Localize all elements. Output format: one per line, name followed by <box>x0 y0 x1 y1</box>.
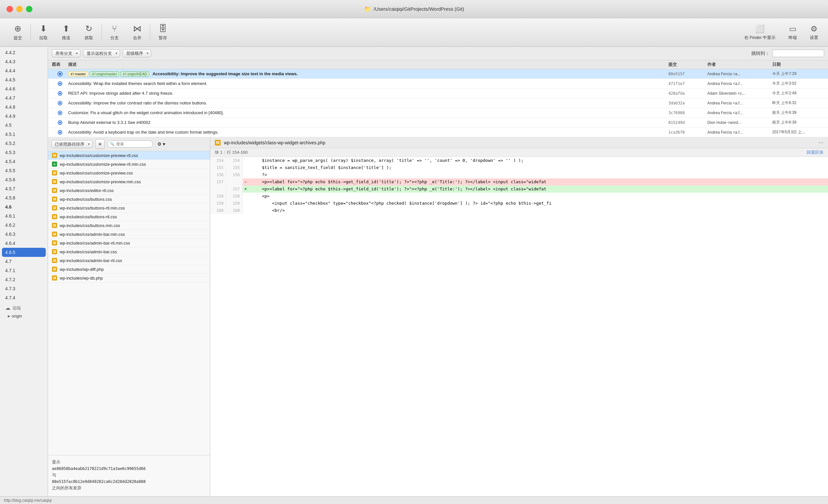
diff-line-num-left: 160 <box>210 207 226 214</box>
file-item[interactable]: Mwp-includes/css/buttons.css <box>48 195 210 204</box>
file-modified-icon: M <box>52 258 57 263</box>
diff-more-button[interactable]: ··· <box>819 139 823 146</box>
sidebar-item-4.5.3[interactable]: 4.5.3 <box>0 148 48 157</box>
diff-line-num-left <box>210 185 226 193</box>
minimize-button[interactable] <box>16 6 23 12</box>
sidebar-item-4.5.7[interactable]: 4.5.7 <box>0 184 48 193</box>
finder-button[interactable]: ⬜ 在 Finder 中显示 <box>741 24 779 41</box>
sidebar-item-4.4.6[interactable]: 4.4.6 <box>0 84 48 93</box>
file-item[interactable]: Mwp-includes/css/buttons.min.css <box>48 221 210 230</box>
sort-select[interactable]: 已依照路径排序 <box>51 140 92 148</box>
commit-message-cell: Accessibility: Improve the color contras… <box>68 100 668 106</box>
maximize-button[interactable] <box>26 6 33 12</box>
sidebar-item-4.6.1[interactable]: 4.6.1 <box>0 211 48 220</box>
order-filter-select[interactable]: 层级顺序 <box>123 49 151 57</box>
sidebar-item-4.7.4[interactable]: 4.7.4 <box>0 293 48 302</box>
stash-button[interactable]: 🗄 暂存 <box>152 18 174 46</box>
file-item[interactable]: Mwp-includes/wp-diff.php <box>48 265 210 274</box>
goto-input[interactable] <box>772 50 824 57</box>
commit-author-cell: Andrea Fercia <a.f... <box>707 81 772 86</box>
sidebar-item-4.5[interactable]: 4.5 <box>0 121 48 130</box>
file-modified-icon: M <box>52 223 57 228</box>
merge-button[interactable]: ⋈ 合并 <box>126 18 149 46</box>
branch-button[interactable]: ⑂ 分支 <box>103 18 126 46</box>
search-settings-icon[interactable]: ⚙ <box>157 141 162 146</box>
sidebar-item-4.7[interactable]: 4.7 <box>0 257 48 266</box>
file-item[interactable]: Mwp-includes/css/editor-rtl.css <box>48 186 210 195</box>
file-item[interactable]: Mwp-includes/wp-db.php <box>48 274 210 283</box>
sidebar-item-4.6.3[interactable]: 4.6.3 <box>0 229 48 239</box>
diff-line: 156156 ?> <box>210 171 828 178</box>
commit-row[interactable]: Bump Akismet external to 3.3.1 See #4000… <box>48 118 828 127</box>
sidebar-item-4.6.5[interactable]: 4.6.5 <box>2 248 46 257</box>
file-item[interactable]: Mwp-includes/css/admin-bar.min.css <box>48 230 210 239</box>
commit-button[interactable]: ⊕ 提交 <box>6 18 29 46</box>
sidebar-origin-item[interactable]: ▶ origin <box>0 312 48 320</box>
sidebar-item-4.4.4[interactable]: 4.4.4 <box>0 66 48 75</box>
sidebar-item-4.4.7[interactable]: 4.4.7 <box>0 93 48 102</box>
sidebar-item-4.4.2[interactable]: 4.4.2 <box>0 48 48 57</box>
sidebar-item-4.5.6[interactable]: 4.5.6 <box>0 175 48 184</box>
settings-button[interactable]: ⚙ 设置 <box>806 24 822 41</box>
file-modified-icon: M <box>52 275 57 281</box>
commit-row[interactable]: Accessibility: Wrap the installed themes… <box>48 79 828 89</box>
sidebar-item-4.6[interactable]: 4.6 <box>0 202 48 211</box>
sidebar-item-4.4.3[interactable]: 4.4.3 <box>0 57 48 66</box>
fetch-label: 抓取 <box>85 35 93 41</box>
close-button[interactable] <box>6 6 13 12</box>
sidebar-item-4.5.4[interactable]: 4.5.4 <box>0 157 48 166</box>
file-name-text: wp-includes/css/admin-bar-rtl.min.css <box>60 241 206 246</box>
file-item[interactable]: Mwp-includes/css/customize-preview.css <box>48 169 210 177</box>
sidebar-item-4.6.4[interactable]: 4.6.4 <box>0 239 48 248</box>
commit-row[interactable]: 🏷 master🏷 origin/master🏷 origin/HEADAcce… <box>48 69 828 79</box>
file-list-panel: 已依照路径排序 ≡ ⚙ ▾ Mwp-includes/css/cu <box>48 137 210 496</box>
file-item[interactable]: Mwp-includes/css/customize-preview.min.c… <box>48 177 210 186</box>
file-item[interactable]: Mwp-includes/css/admin-bar-rtl.css <box>48 256 210 265</box>
push-icon: ⬆ <box>63 24 70 34</box>
terminal-button[interactable]: ▭ 终端 <box>785 24 800 41</box>
commit-row[interactable]: Customize: Fix a visual glitch on the wi… <box>48 108 828 118</box>
sidebar-item-4.5.2[interactable]: 4.5.2 <box>0 139 48 148</box>
file-search-wrap <box>108 140 153 148</box>
file-item[interactable]: Mwp-includes/css/buttons-rtl.css <box>48 212 210 221</box>
file-modified-icon: M <box>52 240 57 246</box>
file-item[interactable]: Mwp-includes/css/buttons-rtl.min.css <box>48 204 210 212</box>
sidebar-item-4.6.2[interactable]: 4.6.2 <box>0 220 48 229</box>
sidebar-item-4.7.2[interactable]: 4.7.2 <box>0 275 48 284</box>
sidebar-item-4.5.5[interactable]: 4.5.5 <box>0 166 48 175</box>
file-item[interactable]: Mwp-includes/css/admin-bar.css <box>48 247 210 256</box>
file-item[interactable]: Mwp-includes/css/admin-bar-rtl.min.css <box>48 239 210 247</box>
search-chevron-icon[interactable]: ▾ <box>163 141 165 146</box>
file-search-input[interactable] <box>108 140 153 148</box>
sidebar-item-4.5.8[interactable]: 4.5.8 <box>0 193 48 202</box>
file-name-text: wp-includes/css/customize-preview.min.cs… <box>60 179 206 184</box>
commit-graph-cell <box>52 72 68 76</box>
sidebar-item-4.5.1[interactable]: 4.5.1 <box>0 130 48 139</box>
sidebar-item-4.7.1[interactable]: 4.7.1 <box>0 266 48 275</box>
commit-row[interactable]: Accessibility: Improve the color contras… <box>48 98 828 108</box>
diff-revert-button[interactable]: 回退区块 <box>806 150 823 155</box>
file-added-icon: + <box>52 162 57 167</box>
sidebar-item-4.4.5[interactable]: 4.4.5 <box>0 75 48 84</box>
file-list-toolbar: 已依照路径排序 ≡ ⚙ ▾ <box>48 137 210 151</box>
branch-filter-select[interactable]: 所有分支 <box>52 49 80 57</box>
fetch-button[interactable]: ↻ 抓取 <box>78 18 100 46</box>
file-name-text: wp-includes/wp-diff.php <box>60 267 206 272</box>
sidebar-item-4.4.9[interactable]: 4.4.9 <box>0 112 48 121</box>
file-item[interactable]: Mwp-includes/css/customize-preview-rtl.c… <box>48 151 210 160</box>
list-view-button[interactable]: ≡ <box>95 139 105 149</box>
file-name-text: wp-includes/css/customize-preview.css <box>60 171 206 175</box>
push-button[interactable]: ⬆ 推送 <box>55 18 78 46</box>
info-display-label: 显示 <box>52 459 206 465</box>
commit-date-cell: 2017年5月3日 上... <box>772 129 824 135</box>
commit-row[interactable]: Accessibility: Avoid a keyboard trap on … <box>48 127 828 137</box>
status-bar: http://blog.caiqiqi.me/caiqiqi <box>0 496 828 504</box>
sidebar-item-4.7.3[interactable]: 4.7.3 <box>0 284 48 293</box>
remote-filter-select[interactable]: 显示远程分支 <box>83 49 120 57</box>
file-item[interactable]: +wp-includes/css/customize-preview-rtl.m… <box>48 160 210 169</box>
commit-row[interactable]: REST API: Improve strings added after 4.… <box>48 89 828 98</box>
commit-date-cell: 今天 上午3:02 <box>772 81 824 86</box>
diff-sign: + <box>243 185 249 193</box>
sidebar-item-4.4.8[interactable]: 4.4.8 <box>0 102 48 112</box>
pull-button[interactable]: ⬇ 拉取 <box>32 18 55 46</box>
